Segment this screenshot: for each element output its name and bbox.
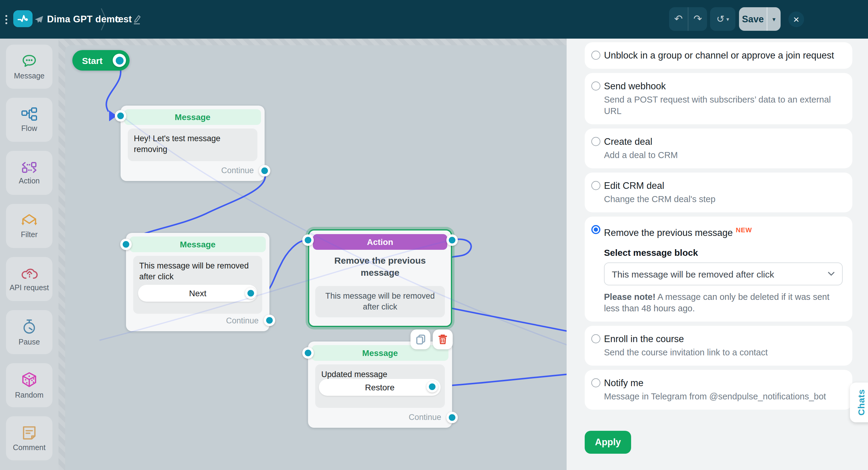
action-output-port[interactable] xyxy=(446,234,458,246)
action-code-icon xyxy=(21,161,37,173)
option-title: Notify me xyxy=(604,377,843,389)
new-badge: NEW xyxy=(736,226,752,234)
message3-button-port[interactable] xyxy=(427,381,438,392)
sidebar-item-message[interactable]: Message xyxy=(6,45,53,89)
duplicate-node-button[interactable] xyxy=(410,329,430,349)
undo-redo-group: ↶ ↷ xyxy=(669,7,707,31)
continue-label: Continue xyxy=(221,166,254,175)
radio-unselected[interactable] xyxy=(591,334,600,343)
message1-continue-port[interactable] xyxy=(259,165,270,176)
chat-bubble-icon xyxy=(21,53,37,69)
undo-button[interactable]: ↶ xyxy=(669,7,688,31)
option-unblock[interactable]: Unblock in a group or channel or approve… xyxy=(585,42,852,69)
edit-flow-name-icon[interactable] xyxy=(133,14,141,27)
radio-unselected[interactable] xyxy=(591,51,600,60)
pulse-icon xyxy=(16,13,30,25)
sidebar-item-pause[interactable]: Pause xyxy=(6,310,53,354)
stopwatch-icon xyxy=(22,318,37,334)
trash-icon xyxy=(438,334,447,345)
radio-unselected[interactable] xyxy=(591,137,600,146)
save-button[interactable]: Save xyxy=(739,13,767,24)
dice-icon xyxy=(21,371,37,388)
sidebar-item-comment[interactable]: Comment xyxy=(6,416,53,460)
history-button[interactable]: ↺ ▾ xyxy=(710,7,735,31)
chevron-down-icon: ▾ xyxy=(726,16,729,22)
option-create-deal[interactable]: Create deal Add a deal to CRM xyxy=(585,128,852,168)
sidebar-item-filter[interactable]: Filter xyxy=(6,204,53,248)
select-message-block-label: Select message block xyxy=(604,247,843,258)
option-description: Message in Telegram from @sendpulse_noti… xyxy=(604,391,843,403)
action-node[interactable]: Action Remove the previous message This … xyxy=(308,229,452,327)
redo-button[interactable]: ↷ xyxy=(688,7,707,31)
message-block-select[interactable]: This message will be removed after click xyxy=(604,262,843,285)
sidebar-item-random[interactable]: Random xyxy=(6,363,53,407)
save-split-button: Save ▾ xyxy=(739,7,781,31)
chats-tab-label: Chats xyxy=(856,389,866,415)
select-value: This message will be removed after click xyxy=(612,269,774,279)
radio-selected[interactable] xyxy=(591,225,600,234)
message1-input-port[interactable] xyxy=(115,110,126,122)
message2-button-port[interactable] xyxy=(245,288,256,299)
copy-icon xyxy=(415,334,425,345)
block-palette-sidebar: Message Flow Action xyxy=(0,39,59,470)
option-remove-previous-message[interactable]: Remove the previous messageNEW Select me… xyxy=(585,216,852,322)
message3-continue-port[interactable] xyxy=(446,412,458,423)
chats-tab[interactable]: Chats xyxy=(850,383,868,422)
close-button[interactable]: × xyxy=(788,11,804,27)
message-text: Hey! Let's test message removing xyxy=(128,128,257,161)
quick-reply-button[interactable]: Restore xyxy=(319,379,441,396)
option-title: Unblock in a group or channel or approve… xyxy=(604,50,843,62)
filter-diamond-icon xyxy=(21,213,38,227)
sidebar-item-label: Random xyxy=(15,391,44,399)
sidebar-item-api-request[interactable]: API request xyxy=(6,257,53,301)
radio-unselected[interactable] xyxy=(591,181,600,190)
message-node-1[interactable]: Message Hey! Let's test message removing… xyxy=(121,106,265,181)
save-options-button[interactable]: ▾ xyxy=(767,16,781,22)
message3-input-port[interactable] xyxy=(302,347,314,359)
action-settings-panel: Unblock in a group or channel or approve… xyxy=(567,39,868,470)
breadcrumb-separator xyxy=(100,7,107,34)
app-logo[interactable] xyxy=(13,10,33,27)
message2-continue-port[interactable] xyxy=(264,315,275,326)
option-edit-crm-deal[interactable]: Edit CRM deal Change the CRM deal's step xyxy=(585,173,852,212)
message2-input-port[interactable] xyxy=(120,239,132,250)
option-send-webhook[interactable]: Send webhook Send a POST request with su… xyxy=(585,73,852,124)
sidebar-item-label: Flow xyxy=(22,124,37,133)
option-enroll-course[interactable]: Enroll in the course Send the course inv… xyxy=(585,326,852,365)
message-node-2[interactable]: Message This message will be removed aft… xyxy=(126,233,270,331)
note-text: Please note! A message can only be delet… xyxy=(604,291,843,314)
node-type-header: Message xyxy=(130,236,266,252)
option-description: Send a POST request with subscribers’ da… xyxy=(604,94,843,117)
option-title: Remove the previous messageNEW xyxy=(604,224,843,239)
sidebar-item-label: API request xyxy=(10,284,49,292)
flow-canvas[interactable]: Start Message Hey! Let's test message re… xyxy=(59,39,567,470)
app-menu-dots-icon[interactable] xyxy=(5,15,7,24)
topbar: Dima GPT demo test ↶ ↷ ↺ ▾ Save ▾ × xyxy=(0,0,868,39)
option-notify-me[interactable]: Notify me Message in Telegram from @send… xyxy=(585,370,852,410)
continue-label: Continue xyxy=(409,413,441,422)
sidebar-item-flow[interactable]: Flow xyxy=(6,98,53,142)
sidebar-item-action[interactable]: Action xyxy=(6,151,53,195)
close-icon: × xyxy=(793,14,799,24)
action-input-port[interactable] xyxy=(302,234,314,246)
action-target-text: This message will be removed after click xyxy=(315,286,445,318)
option-description: Send the course invitation link to a con… xyxy=(604,347,843,358)
sidebar-item-label: Comment xyxy=(13,443,45,451)
radio-unselected[interactable] xyxy=(591,82,600,90)
flow-name[interactable]: test xyxy=(115,0,132,39)
option-title: Create deal xyxy=(604,136,843,148)
sidebar-item-label: Pause xyxy=(19,337,40,346)
delete-node-button[interactable] xyxy=(433,329,453,349)
start-output-port[interactable] xyxy=(113,54,126,67)
cloud-upload-icon xyxy=(21,266,38,281)
sidebar-item-label: Action xyxy=(19,176,40,185)
option-description: Add a deal to CRM xyxy=(604,150,843,161)
undo-icon: ↶ xyxy=(674,13,683,25)
option-description: Change the CRM deal's step xyxy=(604,194,843,205)
bot-title: Dima GPT demo xyxy=(47,0,121,39)
apply-button[interactable]: Apply xyxy=(585,431,631,454)
flow-builder-app: Dima GPT demo test ↶ ↷ ↺ ▾ Save ▾ × xyxy=(0,0,868,470)
radio-unselected[interactable] xyxy=(591,378,600,387)
node-type-header: Action xyxy=(313,234,447,250)
quick-reply-button[interactable]: Next xyxy=(138,285,257,302)
